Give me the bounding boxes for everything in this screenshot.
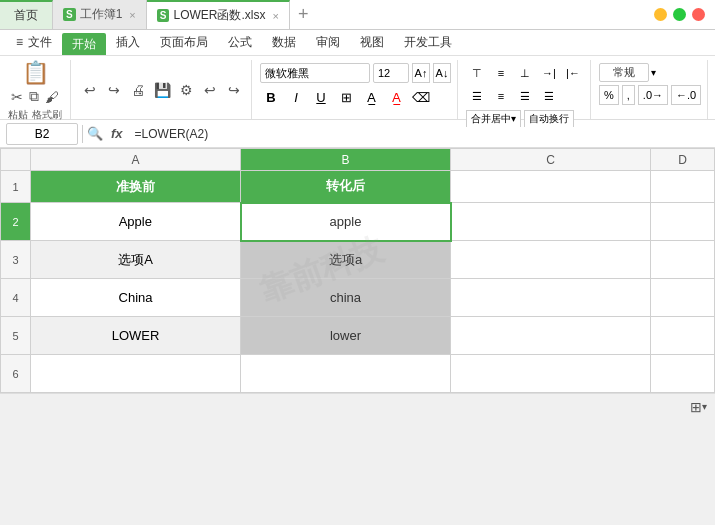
cell-a3[interactable]: 选项A xyxy=(31,241,241,279)
cell-b5[interactable]: lower xyxy=(241,317,451,355)
cell-a5[interactable]: LOWER xyxy=(31,317,241,355)
print-btn[interactable]: 🖨 xyxy=(127,79,149,101)
cell-a1[interactable]: 准换前 xyxy=(31,171,241,203)
tab-ribbon-view[interactable]: 视图 xyxy=(350,29,394,55)
underline-btn[interactable]: U xyxy=(310,86,332,108)
lower-close[interactable]: × xyxy=(272,10,278,22)
row-num-3: 3 xyxy=(1,241,31,279)
cell-d3[interactable] xyxy=(651,241,715,279)
cell-d2[interactable] xyxy=(651,203,715,241)
font-size-decrease-btn[interactable]: A↓ xyxy=(433,63,451,83)
sheet1-icon: S xyxy=(63,8,76,21)
format-dropdown-icon[interactable]: ▾ xyxy=(651,67,656,78)
col-header-b[interactable]: B xyxy=(241,149,451,171)
maximize-btn[interactable] xyxy=(673,8,686,21)
tab-ribbon-dev[interactable]: 开发工具 xyxy=(394,29,462,55)
align-group: ⊤ ≡ ⊥ →| |← ☰ ≡ ☰ ☰ 合并居中▾ 自动换行 xyxy=(460,60,591,119)
italic-btn[interactable]: I xyxy=(285,86,307,108)
fill-color-btn[interactable]: A̲ xyxy=(360,86,382,108)
align-justify-btn[interactable]: ☰ xyxy=(538,86,560,106)
undo2-btn[interactable]: ↩ xyxy=(199,79,221,101)
bold-btn[interactable]: B xyxy=(260,86,282,108)
font-size-increase-btn[interactable]: A↑ xyxy=(412,63,430,83)
indent-decrease-btn[interactable]: |← xyxy=(562,63,584,83)
tab-add[interactable]: + xyxy=(290,0,317,29)
increase-decimal-btn[interactable]: .0→ xyxy=(638,85,668,105)
cell-d4[interactable] xyxy=(651,279,715,317)
col-header-c[interactable]: C xyxy=(451,149,651,171)
align-middle-btn[interactable]: ≡ xyxy=(490,63,512,83)
border-btn[interactable]: ⊞ xyxy=(335,86,357,108)
cell-b2[interactable]: apple xyxy=(241,203,451,241)
cell-b6[interactable] xyxy=(241,355,451,393)
redo2-btn[interactable]: ↪ xyxy=(223,79,245,101)
cell-a4[interactable]: China xyxy=(31,279,241,317)
cell-reference-input[interactable] xyxy=(6,123,78,145)
font-color-btn[interactable]: A̲ xyxy=(385,86,407,108)
copy-btn[interactable]: ⧉ xyxy=(29,88,39,105)
status-icon[interactable]: ⊞ xyxy=(690,399,702,415)
close-btn[interactable] xyxy=(692,8,705,21)
cell-c2[interactable] xyxy=(451,203,651,241)
align-top-btn[interactable]: ⊤ xyxy=(466,63,488,83)
wrap-text-btn[interactable]: 自动换行 xyxy=(524,110,574,128)
percent-btn[interactable]: % xyxy=(599,85,619,105)
status-dropdown[interactable]: ▾ xyxy=(702,401,707,412)
font-name-input[interactable] xyxy=(260,63,370,83)
tab-ribbon-start[interactable]: 开始 xyxy=(62,33,106,55)
tab-ribbon-data[interactable]: 数据 xyxy=(262,29,306,55)
save-btn[interactable]: 💾 xyxy=(151,79,173,101)
redo-btn[interactable]: ↪ xyxy=(103,79,125,101)
cell-a6[interactable] xyxy=(31,355,241,393)
cell-d1[interactable] xyxy=(651,171,715,203)
decrease-decimal-btn[interactable]: ←.0 xyxy=(671,85,701,105)
col-header-a[interactable]: A xyxy=(31,149,241,171)
row-num-4: 4 xyxy=(1,279,31,317)
thousands-btn[interactable]: , xyxy=(622,85,635,105)
cell-d5[interactable] xyxy=(651,317,715,355)
paste-btn[interactable]: 📋 xyxy=(18,60,52,86)
format-type-label: 常规 xyxy=(599,63,649,82)
align-left-btn[interactable]: ☰ xyxy=(466,86,488,106)
cell-c4[interactable] xyxy=(451,279,651,317)
align-bottom-btn[interactable]: ⊥ xyxy=(514,63,536,83)
cell-b3[interactable]: 选项a xyxy=(241,241,451,279)
minimize-btn[interactable] xyxy=(654,8,667,21)
row-num-1: 1 xyxy=(1,171,31,203)
cell-c6[interactable] xyxy=(451,355,651,393)
cut-btn[interactable]: ✂ xyxy=(11,89,23,105)
zoom-icon: 🔍 xyxy=(87,126,103,141)
sheet1-close[interactable]: × xyxy=(129,9,135,21)
tab-home[interactable]: 首页 xyxy=(0,0,53,29)
merge-center-btn[interactable]: 合并居中▾ xyxy=(466,110,521,128)
cell-c3[interactable] xyxy=(451,241,651,279)
align-right-btn[interactable]: ☰ xyxy=(514,86,536,106)
cell-c1[interactable] xyxy=(451,171,651,203)
menu-file[interactable]: ≡ 文件 xyxy=(6,29,62,55)
col-header-d[interactable]: D xyxy=(651,149,715,171)
undo-btn[interactable]: ↩ xyxy=(79,79,101,101)
tab-ribbon-review[interactable]: 审阅 xyxy=(306,29,350,55)
cell-c5[interactable] xyxy=(451,317,651,355)
formula-input[interactable] xyxy=(131,127,709,141)
format-painter-btn[interactable]: 🖌 xyxy=(45,89,59,105)
cell-d6[interactable] xyxy=(651,355,715,393)
cell-b4[interactable]: china xyxy=(241,279,451,317)
table-row: 1 准换前 转化后 xyxy=(1,171,715,203)
tab-ribbon-insert[interactable]: 插入 xyxy=(106,29,150,55)
tab-sheet1[interactable]: S 工作簿1 × xyxy=(53,0,147,29)
align-center-btn[interactable]: ≡ xyxy=(490,86,512,106)
settings-btn[interactable]: ⚙ xyxy=(175,79,197,101)
clear-btn[interactable]: ⌫ xyxy=(410,86,432,108)
status-bar: ⊞ ▾ xyxy=(0,393,715,419)
font-size-input[interactable] xyxy=(373,63,409,83)
fx-label: fx xyxy=(111,126,123,141)
undo-group: ↩ ↪ 🖨 💾 ⚙ ↩ ↪ xyxy=(73,60,252,119)
font-group: A↑ A↓ B I U ⊞ A̲ A̲ ⌫ xyxy=(254,60,458,119)
cell-b1[interactable]: 转化后 xyxy=(241,171,451,203)
tab-ribbon-formula[interactable]: 公式 xyxy=(218,29,262,55)
cell-a2[interactable]: Apple xyxy=(31,203,241,241)
indent-increase-btn[interactable]: →| xyxy=(538,63,560,83)
tab-lower[interactable]: S LOWER函数.xlsx × xyxy=(147,0,290,29)
tab-ribbon-pagelayout[interactable]: 页面布局 xyxy=(150,29,218,55)
